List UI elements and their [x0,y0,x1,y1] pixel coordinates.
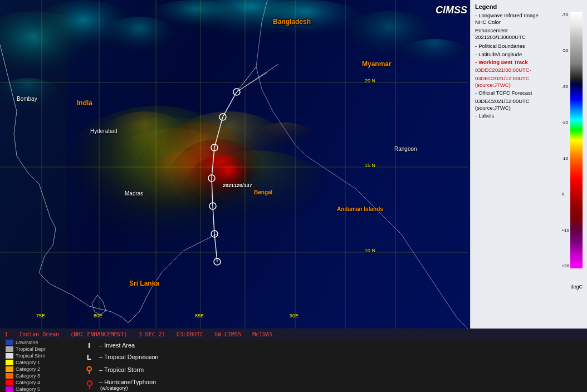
scale-row-7: Category 5 [6,386,67,392]
status-item-4: 3 DEC 21 [139,331,165,337]
status-item-2: Indian Ocean [19,331,59,337]
scale-row-4: Category 2 [6,366,67,372]
legend-item-9: -Labels [475,112,550,119]
cb-label-6: 0 [561,192,569,197]
track-row-hurricane: ⚲ – Hurricane/Typhoon (w/category) [84,379,158,391]
scale-box-6 [6,380,13,385]
cb-label-4: -20 [561,120,569,125]
hurricane-symbol: ⚲ [84,379,95,391]
scale-row-2: Tropical Strm [6,353,67,359]
invest-label: – Invest Area [99,342,135,349]
legend-item-7: -Official TCFC Forecast [475,90,550,96]
cb-label-1: -70 [561,12,569,17]
scale-box-2 [6,353,13,359]
track-row-invest: I – Invest Area [84,341,158,350]
legend-title: Legend [475,3,583,10]
scale-label-5: Category 3 [16,373,40,379]
scale-row-5: Category 3 [6,373,67,379]
status-bar: 1 Indian Ocean (NHC ENHANCEMENT) 3 DEC 2… [0,329,587,340]
scale-box-0 [6,340,13,345]
legend-item-8: 03DEC2021/12:00UTC (source:JTWC) [475,98,550,112]
legend-item-0: -Longwave Infrared Image NHC Color [475,12,550,26]
scale-label-1: Tropical Depr [16,346,46,352]
legend-item-4: -Working Best Track [475,59,550,66]
scale-label-4: Category 2 [16,366,40,372]
legend-item-1: Enhancement 2021203/130000UTC [475,27,550,41]
track-row-ts: ⚲ – Tropical Storm [84,365,158,375]
scale-label-3: Category 1 [16,360,40,365]
cb-label-8: +20 [561,263,569,268]
status-item-5: 03:00UTC [177,331,203,337]
storm-region: Bengal [254,189,272,195]
hurricane-sublabel: (w/category) [100,385,156,391]
scale-row-3: Category 1 [6,360,67,365]
scale-row-0: Low/None [6,340,67,345]
scale-box-4 [6,366,13,372]
status-item-3: (NHC ENHANCEMENT) [70,331,127,337]
scale-label-7: Category 5 [16,386,40,392]
scale-box-3 [6,360,13,365]
legend-item-2: -Political Boundaries [475,43,550,50]
cb-label-2: -50 [561,48,569,53]
hurricane-label: – Hurricane/Typhoon [99,379,156,385]
cimss-logo: CIMSS [436,4,467,16]
storm-timestamp: 2021120/137 [223,183,252,188]
track-row-td: L – Tropical Depression [84,353,158,361]
cb-label-5: -10 [561,156,569,161]
ts-label: – Tropical Storm [99,366,144,373]
scale-label-0: Low/None [16,340,38,345]
ts-symbol: ⚲ [84,365,95,375]
cb-label-3: -30 [561,84,569,89]
status-item-6: UW-CIMSS [214,331,241,337]
track-legend-section: I – Invest Area L – Tropical Depression … [84,341,158,391]
td-symbol: L [84,353,95,361]
color-scale-section: Low/None Tropical Depr Tropical Strm Cat… [6,340,67,392]
td-label: – Tropical Depression [99,354,158,360]
map-area: Bangladesh Myanmar India Sri Lanka Bomba… [0,0,587,329]
scale-row-6: Category 4 [6,380,67,385]
degc-label: degC [570,284,583,290]
scale-label-6: Category 4 [16,380,40,385]
status-item-1: 1 [4,331,8,337]
bottom-legend: Low/None Tropical Depr Tropical Strm Cat… [0,340,587,392]
scale-box-1 [6,346,13,352]
legend-panel: Legend -Longwave Infrared Image NHC Colo… [470,0,587,329]
legend-item-3: -Latitude/Longitude [475,51,550,58]
scale-label-2: Tropical Strm [16,353,45,359]
scale-row-1: Tropical Depr [6,346,67,352]
status-item-7: McIDAS [252,331,272,337]
scale-box-5 [6,373,13,379]
legend-item-5: 03DEC2021/00:00UTC- [475,67,550,74]
scale-box-7 [6,386,13,392]
cb-label-7: +10 [561,228,569,233]
invest-symbol: I [84,341,95,350]
legend-item-6: 03DEC2021/12:00UTC (source:JTWC) [475,75,550,89]
colorbar [570,12,583,268]
main-container: Bangladesh Myanmar India Sri Lanka Bomba… [0,0,587,392]
